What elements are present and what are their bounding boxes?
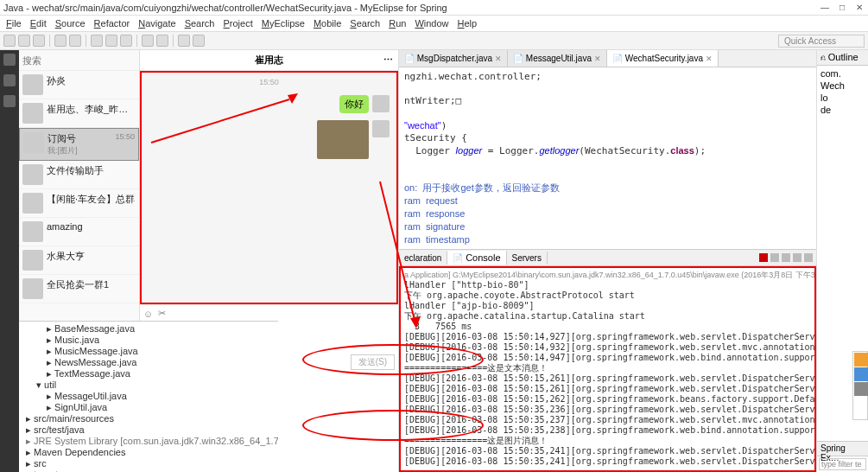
chat-item[interactable]: amazing xyxy=(19,218,139,246)
outline-item[interactable]: com. xyxy=(820,67,865,80)
chat-time: 15:50 xyxy=(115,132,135,141)
filter-input[interactable]: type filter te xyxy=(819,458,866,470)
tree-item[interactable]: ▸ SignUtil.java xyxy=(22,402,275,413)
scroll-lock-icon[interactable] xyxy=(804,253,813,262)
chat-menu-icon[interactable]: ⋯ xyxy=(383,54,393,66)
editor-tab[interactable]: 📄 MsgDispatcher.java ✕ xyxy=(399,50,508,67)
menu-search[interactable]: Search xyxy=(182,18,218,29)
close-tab-icon[interactable]: ✕ xyxy=(495,54,502,63)
console-output[interactable]: a Application] G:\MyEclipse2014\binary\c… xyxy=(399,266,816,472)
open-type-icon[interactable] xyxy=(156,35,168,47)
tree-item[interactable]: ▸ MusicMessage.java xyxy=(22,346,275,357)
menu-edit[interactable]: Edit xyxy=(28,18,49,29)
avatar xyxy=(372,95,390,112)
send-button[interactable]: 发送(S) xyxy=(351,354,395,370)
menu-help[interactable]: Help xyxy=(455,18,480,29)
chat-name: 水果大亨 xyxy=(47,250,136,263)
contacts-icon[interactable] xyxy=(3,74,16,86)
close-icon[interactable]: ✕ xyxy=(854,3,865,13)
menu-refactor[interactable]: Refactor xyxy=(92,18,133,29)
tree-item[interactable]: ▾ util xyxy=(22,380,275,391)
chat-name: 全民抢卖一群1 xyxy=(47,278,136,291)
chat-icon[interactable] xyxy=(3,54,16,66)
nav-fwd-icon[interactable] xyxy=(193,35,205,47)
emoji-icon[interactable]: ☺ xyxy=(143,309,153,319)
run-icon[interactable] xyxy=(69,35,81,47)
menu-window[interactable]: Window xyxy=(412,18,451,29)
pin-icon[interactable] xyxy=(793,253,801,262)
nav-back-icon[interactable] xyxy=(178,35,190,47)
tree-item[interactable]: ▸ Music.java xyxy=(22,335,275,346)
editor-tab[interactable]: 📄 MessageUtil.java ✕ xyxy=(508,50,607,67)
close-tab-icon[interactable]: ✕ xyxy=(706,54,713,63)
tab-servers[interactable]: Servers xyxy=(507,252,548,265)
search-icon[interactable] xyxy=(142,35,154,47)
avatar xyxy=(372,120,390,137)
tree-item[interactable]: ▸ src/test/java xyxy=(22,424,275,436)
avatar xyxy=(23,132,44,153)
menu-myeclipse[interactable]: MyEclipse xyxy=(259,18,307,29)
chat-name: 孙炎 xyxy=(47,74,136,87)
terminate-icon[interactable] xyxy=(759,253,768,262)
chat-item[interactable]: 文件传输助手 xyxy=(19,161,139,189)
chat-title: 崔用志 xyxy=(255,54,283,67)
chat-item[interactable]: 水果大亨 xyxy=(19,246,139,275)
tab-declaration[interactable]: eclaration xyxy=(399,252,447,265)
tree-item[interactable]: ▸ src xyxy=(22,458,275,469)
close-tab-icon[interactable]: ✕ xyxy=(594,54,601,63)
menu-file[interactable]: File xyxy=(3,18,24,29)
new-icon[interactable] xyxy=(3,35,16,47)
minimize-icon[interactable]: — xyxy=(820,3,830,13)
attach-icon[interactable]: ✂ xyxy=(158,308,166,319)
toolbar[interactable]: Quick Access xyxy=(0,31,868,50)
tree-item[interactable]: ▸ BaseMessage.java xyxy=(22,323,275,335)
avatar xyxy=(22,250,43,271)
outline-item[interactable]: de xyxy=(820,104,865,116)
chat-item[interactable]: 【闲能·车友会】总群 xyxy=(19,189,139,218)
ext-tools-icon[interactable] xyxy=(91,35,103,47)
chat-item[interactable]: 崔用志、李峻_昨日的星… xyxy=(19,99,139,128)
remove-icon[interactable] xyxy=(770,253,779,262)
debug-icon[interactable] xyxy=(54,35,67,47)
project-explorer[interactable]: ▸ BaseMessage.java▸ Music.java▸ MusicMes… xyxy=(19,321,278,472)
chat-preview: 我:[图片] xyxy=(48,145,135,156)
menu-search[interactable]: Search xyxy=(347,18,383,29)
tree-item[interactable]: ▸ TextMessage.java xyxy=(22,368,275,380)
quick-access[interactable]: Quick Access xyxy=(778,35,865,48)
outline-item[interactable]: lo xyxy=(820,92,865,104)
maximize-icon[interactable]: □ xyxy=(837,3,847,13)
tree-item[interactable]: ▸ src/main/resources xyxy=(22,413,275,424)
ime-icon[interactable] xyxy=(854,353,868,367)
chat-timestamp: 15:50 xyxy=(142,73,396,92)
menu-mobile[interactable]: Mobile xyxy=(311,18,344,29)
tab-console[interactable]: 📄 Console xyxy=(447,251,506,265)
search-input[interactable] xyxy=(22,55,142,66)
discover-icon[interactable] xyxy=(3,95,16,107)
avatar xyxy=(22,164,43,185)
avatar xyxy=(22,193,43,214)
menu-source[interactable]: Source xyxy=(53,18,88,29)
save-all-icon[interactable] xyxy=(33,35,45,47)
tree-item[interactable]: ▸ JRE System Library [com.sun.java.jdk7.… xyxy=(22,436,275,447)
menu-project[interactable]: Project xyxy=(221,18,256,29)
ime-icon[interactable] xyxy=(854,367,868,381)
editor-tab[interactable]: 📄 WechatSecurity.java ✕ xyxy=(607,50,719,67)
tree-item[interactable]: ▸ Maven Dependencies xyxy=(22,447,275,458)
clear-icon[interactable] xyxy=(782,253,790,262)
tree-item[interactable]: ▸ NewsMessage.java xyxy=(22,357,275,368)
outline-header: ⎌ Outline xyxy=(817,50,868,66)
code-editor[interactable]: ngzhi.wechat.controller; ntWriter;□ "wec… xyxy=(399,67,816,249)
menu-bar[interactable]: FileEditSourceRefactorNavigateSearchProj… xyxy=(0,16,868,31)
chat-item[interactable]: 全民抢卖一群1 xyxy=(19,275,139,303)
new-package-icon[interactable] xyxy=(105,35,117,47)
new-class-icon[interactable] xyxy=(120,35,132,47)
menu-navigate[interactable]: Navigate xyxy=(136,18,178,29)
chat-item[interactable]: 订阅号我:[图片]15:50 xyxy=(19,128,139,161)
save-icon[interactable] xyxy=(18,35,30,47)
outline-item[interactable]: Wech xyxy=(820,80,865,92)
chat-item[interactable]: 孙炎 xyxy=(19,71,139,99)
ime-toolbar[interactable] xyxy=(852,351,868,420)
ime-icon[interactable] xyxy=(854,382,868,396)
tree-item[interactable]: ▸ MessageUtil.java xyxy=(22,391,275,402)
menu-run[interactable]: Run xyxy=(386,18,409,29)
